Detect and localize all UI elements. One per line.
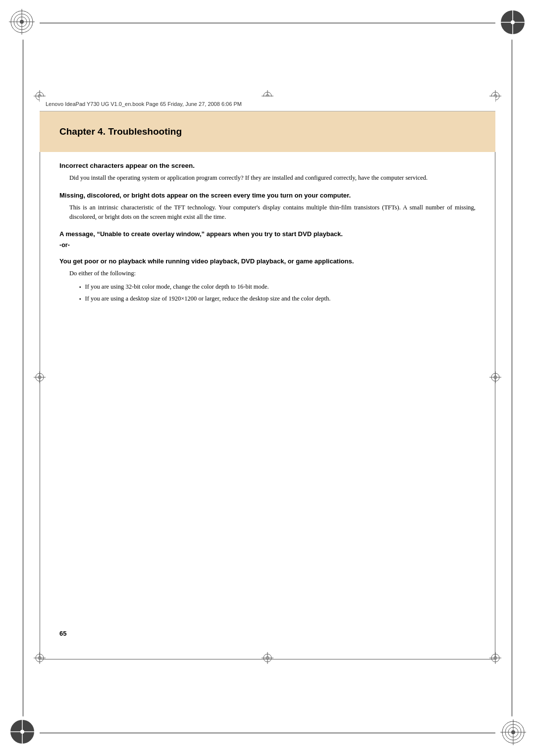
crop-line-top [40, 23, 495, 23]
content-area: Incorrect characters appear on the scree… [59, 152, 476, 617]
section3-bullet-list: ▪ If you are using 32-bit color mode, ch… [79, 282, 476, 303]
crop-line-left [23, 40, 23, 716]
section-incorrect-characters: Incorrect characters appear on the scree… [59, 162, 476, 183]
bullet-item-1: ▪ If you are using 32-bit color mode, ch… [79, 282, 476, 292]
crosshair-left-center [34, 371, 46, 385]
crosshair-inner-br [489, 652, 501, 666]
reg-mark-tl [9, 9, 35, 37]
header-book-info: Lenovo IdeaPad Y730 UG V1.0_en.book Page… [46, 101, 242, 107]
section3-heading: A message, “Unable to create overlay win… [59, 230, 476, 238]
chapter-title-container: Chapter 4. Troubleshooting [40, 111, 495, 152]
crosshair-bottom-center [262, 652, 273, 666]
section3-or: -or- [59, 242, 476, 249]
section2-heading: Missing, discolored, or bright dots appe… [59, 192, 476, 199]
section3-subheading: You get poor or no playback while runnin… [59, 257, 476, 265]
bullet-symbol-1: ▪ [79, 283, 81, 291]
page-number: 65 [59, 630, 66, 637]
bullet-item-2: ▪ If you are using a desktop size of 192… [79, 294, 476, 303]
crop-line-right [512, 40, 512, 716]
chapter-title: Chapter 4. Troubleshooting [59, 126, 182, 137]
reg-mark-tr [499, 9, 526, 38]
bullet-symbol-2: ▪ [79, 295, 81, 302]
crosshair-right-center [489, 371, 501, 385]
section1-body: Did you install the operating system or … [69, 173, 476, 183]
section3-intro: Do either of the following: [69, 269, 476, 278]
section-missing-dots: Missing, discolored, or bright dots appe… [59, 192, 476, 222]
crosshair-inner-bl [34, 652, 46, 666]
reg-mark-br [500, 719, 526, 747]
header-bar: Lenovo IdeaPad Y730 UG V1.0_en.book Page… [40, 97, 495, 111]
section1-heading: Incorrect characters appear on the scree… [59, 162, 476, 169]
bullet-text-1: If you are using 32-bit color mode, chan… [85, 282, 269, 292]
reg-mark-bl [9, 718, 36, 747]
page: Lenovo IdeaPad Y730 UG V1.0_en.book Page… [0, 0, 535, 756]
bullet-text-2: If you are using a desktop size of 1920×… [85, 294, 331, 303]
section2-body: This is an intrinsic characteristic of t… [69, 203, 476, 222]
crop-line-bottom [40, 733, 495, 733]
section-dvd-overlay: A message, “Unable to create overlay win… [59, 230, 476, 303]
